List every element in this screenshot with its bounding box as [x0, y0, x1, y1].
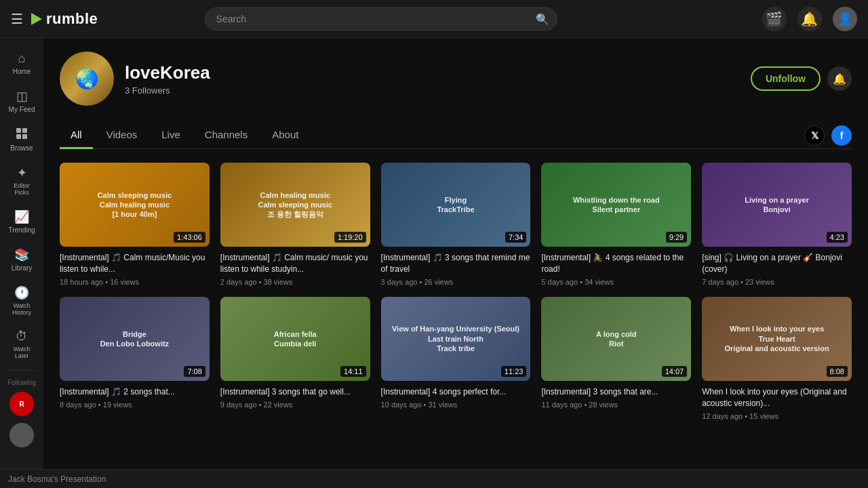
- video-card[interactable]: A long coldRiot 14:07 [Instrumental] 3 s…: [541, 297, 691, 420]
- video-card[interactable]: View of Han-yang University (Seoul)Last …: [381, 297, 531, 420]
- video-title: [Instrumental] 🎵 Calm music/Music you li…: [60, 252, 210, 275]
- video-thumbnail: BridgeDen Lobo Lobowitz 7:08: [60, 297, 210, 381]
- video-duration: 4:23: [827, 232, 848, 243]
- search-button[interactable]: 🔍: [536, 12, 549, 25]
- video-meta: 18 hours ago • 16 views: [60, 278, 210, 286]
- video-meta: 10 days ago • 31 views: [381, 401, 531, 409]
- video-duration: 14:07: [662, 366, 688, 377]
- channel-actions: Unfollow 🔔: [751, 66, 852, 91]
- following-label: Following: [7, 376, 36, 389]
- statusbar: Jack Bosma's Presentation: [0, 469, 868, 488]
- channel-info: 🌏 loveKorea 3 Followers: [60, 52, 210, 106]
- logo[interactable]: rumble: [31, 10, 98, 28]
- sidebar-divider: [8, 370, 35, 371]
- tab-videos[interactable]: Videos: [96, 122, 149, 149]
- tabs-row: All Videos Live Channels About 𝕏 f: [60, 122, 852, 149]
- sidebar: ⌂ Home ◫ My Feed Browse ✦ Editor Picks 📈: [0, 38, 43, 488]
- trending-icon: 📈: [14, 209, 29, 224]
- notification-bell-button[interactable]: 🔔: [827, 66, 852, 91]
- browse-icon: [16, 127, 28, 142]
- video-card[interactable]: Calm sleeping musicCalm healing music[1 …: [60, 163, 210, 286]
- tab-channels[interactable]: Channels: [194, 122, 258, 149]
- tab-about[interactable]: About: [261, 122, 309, 149]
- sidebar-item-watchlater[interactable]: ⏱ Watch Later: [2, 324, 41, 365]
- logo-icon: [31, 13, 42, 25]
- channel-avatar: 🌏: [60, 52, 114, 106]
- watchhistory-icon: 🕐: [14, 285, 29, 300]
- social-icons: 𝕏 f: [804, 125, 852, 146]
- tabs: All Videos Live Channels About: [60, 122, 309, 148]
- video-thumbnail: African fellaCumbia deli 14:11: [220, 297, 370, 381]
- video-duration: 14:11: [340, 366, 366, 377]
- video-card[interactable]: Whistling down the roadSilent partner 9:…: [541, 163, 691, 286]
- main-content: 🌏 loveKorea 3 Followers Unfollow 🔔 All V…: [43, 38, 868, 488]
- notification-icon[interactable]: 🔔: [797, 7, 822, 31]
- svg-rect-2: [16, 134, 21, 139]
- upload-icon[interactable]: 🎬: [762, 7, 787, 31]
- user-avatar[interactable]: 👤: [833, 7, 857, 31]
- video-card[interactable]: BridgeDen Lobo Lobowitz 7:08 [Instrument…: [60, 297, 210, 420]
- video-card[interactable]: African fellaCumbia deli 14:11 [Instrume…: [220, 297, 370, 420]
- video-title: [Instrumental] 3 songs that go well...: [220, 386, 370, 398]
- topbar-right: 🎬 🔔 👤: [762, 7, 857, 31]
- following-avatar-2[interactable]: [9, 423, 34, 447]
- video-title: [Instrumental] 4 songs perfect for...: [381, 386, 531, 398]
- video-duration: 8:08: [827, 366, 848, 377]
- editorpicks-icon: ✦: [17, 165, 27, 180]
- video-duration: 9:29: [666, 232, 687, 243]
- video-card[interactable]: Living on a prayerBonjovi 4:23 [sing] 🎧 …: [702, 163, 852, 286]
- sidebar-item-library[interactable]: 📚 Library: [2, 242, 41, 277]
- x-share-icon[interactable]: 𝕏: [804, 125, 825, 146]
- video-duration: 11:23: [501, 366, 527, 377]
- video-thumbnail: Calm sleeping musicCalm healing music[1 …: [60, 163, 210, 247]
- video-thumbnail: FlyingTrackTribe 7:34: [381, 163, 531, 247]
- sidebar-item-watchhistory[interactable]: 🕐 Watch History: [2, 280, 41, 321]
- video-thumbnail: Whistling down the roadSilent partner 9:…: [541, 163, 691, 247]
- video-card[interactable]: FlyingTrackTribe 7:34 [Instrumental] 🎵 3…: [381, 163, 531, 286]
- video-duration: 1:43:06: [174, 232, 205, 243]
- sidebar-item-trending[interactable]: 📈 Trending: [2, 204, 41, 239]
- video-title: When I look into your eyes (Original and…: [702, 386, 852, 409]
- channel-name: loveKorea: [125, 62, 210, 83]
- video-meta: 7 days ago • 23 views: [702, 278, 852, 286]
- video-title: [Instrumental] 🎵 2 songs that...: [60, 386, 210, 398]
- home-icon: ⌂: [18, 52, 26, 66]
- logo-text: rumble: [46, 10, 98, 28]
- menu-icon[interactable]: ☰: [11, 11, 23, 27]
- search-input[interactable]: [205, 7, 557, 30]
- topbar: ☰ rumble 🔍 🎬 🔔 👤: [0, 0, 868, 38]
- tab-live[interactable]: Live: [151, 122, 191, 149]
- video-grid: Calm sleeping musicCalm healing music[1 …: [60, 163, 852, 420]
- svg-rect-3: [22, 134, 27, 139]
- sidebar-item-myfeed[interactable]: ◫ My Feed: [2, 83, 41, 119]
- video-duration: 7:34: [505, 232, 526, 243]
- channel-details: loveKorea 3 Followers: [125, 62, 210, 96]
- video-meta: 5 days ago • 34 views: [541, 278, 691, 286]
- sidebar-item-home[interactable]: ⌂ Home: [2, 46, 41, 81]
- video-thumbnail: Living on a prayerBonjovi 4:23: [702, 163, 852, 247]
- facebook-share-icon[interactable]: f: [831, 125, 852, 146]
- video-title: [Instrumental] 3 songs that are...: [541, 386, 691, 398]
- video-title: [Instrumental] 🎵 3 songs that remind me …: [381, 252, 531, 275]
- video-card[interactable]: Calm healing musicCalm sleeping music조 용…: [220, 163, 370, 286]
- video-thumbnail: View of Han-yang University (Seoul)Last …: [381, 297, 531, 381]
- video-duration: 7:08: [184, 366, 205, 377]
- sidebar-item-editorpicks[interactable]: ✦ Editor Picks: [2, 160, 41, 201]
- search-bar: 🔍: [205, 7, 557, 30]
- unfollow-button[interactable]: Unfollow: [751, 66, 821, 91]
- tab-all[interactable]: All: [60, 122, 93, 149]
- library-icon: 📚: [14, 247, 29, 262]
- following-avatar-1[interactable]: R: [9, 392, 34, 416]
- video-card[interactable]: When I look into your eyesTrue HeartOrig…: [702, 297, 852, 420]
- video-title: [sing] 🎧 Living on a prayer 🎸 Bonjovi (c…: [702, 252, 852, 275]
- layout: ⌂ Home ◫ My Feed Browse ✦ Editor Picks 📈: [0, 38, 868, 488]
- video-thumbnail: When I look into your eyesTrue HeartOrig…: [702, 297, 852, 381]
- video-title: [Instrumental] 🎵 Calm music/ music you l…: [220, 252, 370, 275]
- video-title: [Instrumental] 🚴 4 songs related to the …: [541, 252, 691, 275]
- video-duration: 1:19:20: [334, 232, 366, 243]
- video-meta: 12 days ago • 15 views: [702, 412, 852, 420]
- sidebar-item-browse[interactable]: Browse: [2, 121, 41, 157]
- video-thumbnail: A long coldRiot 14:07: [541, 297, 691, 381]
- video-thumbnail: Calm healing musicCalm sleeping music조 용…: [220, 163, 370, 247]
- video-meta: 2 days ago • 38 views: [220, 278, 370, 286]
